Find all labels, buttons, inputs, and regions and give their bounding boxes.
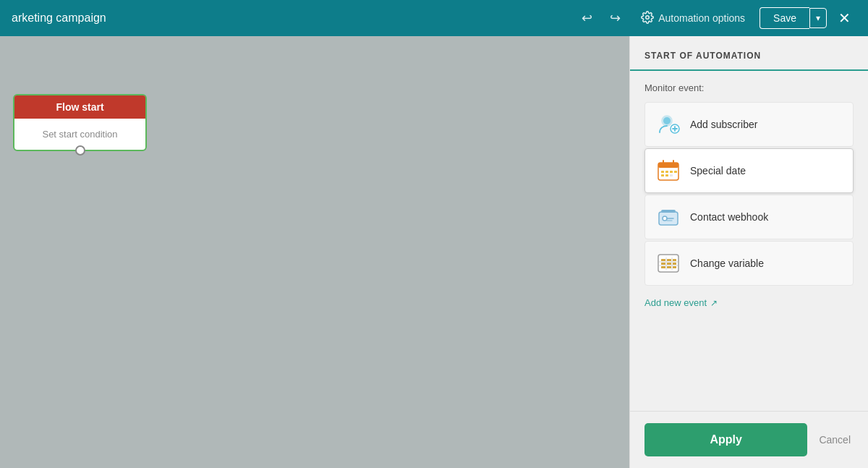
variable-icon xyxy=(655,250,681,276)
undo-button[interactable]: ↩ xyxy=(576,6,598,30)
svg-rect-27 xyxy=(667,263,671,265)
external-link-icon: ↗ xyxy=(710,298,718,308)
svg-rect-7 xyxy=(658,163,678,168)
svg-rect-26 xyxy=(661,263,665,265)
page-title: arketing campaign xyxy=(12,12,106,25)
automation-options-label: Automation options xyxy=(658,12,745,24)
save-button-group: Save ▾ xyxy=(760,7,827,29)
gear-icon xyxy=(641,11,654,26)
svg-point-19 xyxy=(663,216,667,221)
special-date-label: Special date xyxy=(690,165,746,176)
svg-rect-31 xyxy=(673,266,676,268)
flow-node-connector xyxy=(75,145,85,156)
add-subscriber-label: Add subscriber xyxy=(690,119,757,130)
svg-rect-10 xyxy=(661,171,664,173)
webhook-icon xyxy=(655,204,681,230)
svg-rect-13 xyxy=(661,174,664,176)
svg-rect-23 xyxy=(661,259,665,261)
save-dropdown-button[interactable]: ▾ xyxy=(809,8,827,28)
apply-button[interactable]: Apply xyxy=(644,423,807,456)
svg-point-2 xyxy=(663,117,671,124)
add-event-label: Add new event xyxy=(644,297,707,308)
event-item-special-date[interactable]: Special date xyxy=(644,148,854,193)
svg-rect-14 xyxy=(665,174,668,176)
redo-button[interactable]: ↪ xyxy=(604,6,626,30)
panel-content: Monitor event: Add subscri xyxy=(630,71,868,411)
flow-node[interactable]: Flow start Set start condition xyxy=(13,94,147,151)
close-icon: ✕ xyxy=(838,10,851,26)
event-item-add-subscriber[interactable]: Add subscriber xyxy=(644,102,854,147)
svg-point-0 xyxy=(646,15,650,19)
calendar-icon xyxy=(655,158,681,184)
svg-rect-30 xyxy=(667,266,671,268)
svg-rect-25 xyxy=(673,259,676,261)
right-panel: START OF AUTOMATION Monitor event: xyxy=(629,36,868,468)
panel-header: START OF AUTOMATION xyxy=(630,36,868,71)
cancel-button[interactable]: Cancel xyxy=(816,428,854,451)
flow-node-header: Flow start xyxy=(14,95,145,119)
header: arketing campaign ↩ ↪ Automation options… xyxy=(0,0,868,36)
event-list: Add subscriber xyxy=(644,102,854,286)
panel-footer: Apply Cancel xyxy=(630,411,868,468)
svg-rect-18 xyxy=(661,210,676,213)
svg-rect-29 xyxy=(661,266,665,268)
svg-rect-11 xyxy=(665,171,668,173)
main-layout: Flow start Set start condition START OF … xyxy=(0,36,868,468)
svg-rect-24 xyxy=(667,259,671,261)
svg-rect-16 xyxy=(674,171,677,173)
subscriber-icon xyxy=(655,111,681,137)
contact-webhook-label: Contact webhook xyxy=(690,211,768,223)
automation-options-button[interactable]: Automation options xyxy=(632,7,754,30)
panel-title: START OF AUTOMATION xyxy=(644,51,854,61)
event-item-contact-webhook[interactable]: Contact webhook xyxy=(644,195,854,239)
chevron-down-icon: ▾ xyxy=(816,13,820,23)
svg-rect-12 xyxy=(670,171,673,173)
close-button[interactable]: ✕ xyxy=(833,8,856,28)
add-event-link[interactable]: Add new event ↗ xyxy=(644,297,718,308)
change-variable-label: Change variable xyxy=(690,258,764,269)
monitor-label: Monitor event: xyxy=(644,82,854,93)
svg-rect-28 xyxy=(673,263,676,265)
undo-icon: ↩ xyxy=(582,10,592,26)
canvas[interactable]: Flow start Set start condition xyxy=(0,36,629,468)
save-button[interactable]: Save xyxy=(760,7,809,29)
event-item-change-variable[interactable]: Change variable xyxy=(644,241,854,286)
header-actions: ↩ ↪ Automation options Save ▾ ✕ xyxy=(576,6,856,30)
svg-rect-15 xyxy=(670,174,673,176)
redo-icon: ↪ xyxy=(610,10,621,26)
